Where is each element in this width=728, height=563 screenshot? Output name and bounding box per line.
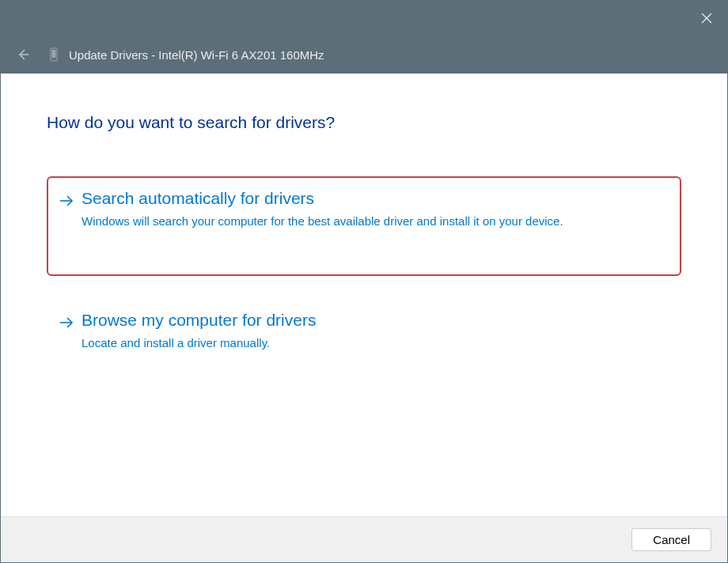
device-icon — [48, 47, 59, 62]
back-button[interactable] — [13, 45, 32, 64]
content-area: How do you want to search for drivers? S… — [1, 74, 727, 516]
option-search-automatically[interactable]: Search automatically for drivers Windows… — [47, 176, 681, 276]
cancel-button[interactable]: Cancel — [631, 528, 711, 551]
window-title: Update Drivers - Intel(R) Wi-Fi 6 AX201 … — [69, 48, 324, 62]
option-description: Locate and install a driver manually. — [82, 334, 572, 352]
option-arrow-icon — [59, 311, 74, 352]
option-arrow-icon — [59, 189, 74, 230]
close-button[interactable] — [691, 4, 722, 32]
footer: Cancel — [1, 516, 727, 562]
option-title: Browse my computer for drivers — [82, 311, 669, 330]
option-browse-computer[interactable]: Browse my computer for drivers Locate an… — [47, 298, 681, 369]
back-arrow-icon — [17, 48, 29, 61]
option-text: Browse my computer for drivers Locate an… — [82, 311, 669, 352]
titlebar-top — [1, 1, 727, 36]
option-title: Search automatically for drivers — [82, 189, 669, 208]
option-description: Windows will search your computer for th… — [82, 213, 572, 230]
titlebar-nav: Update Drivers - Intel(R) Wi-Fi 6 AX201 … — [1, 36, 727, 74]
close-icon — [701, 13, 712, 24]
page-heading: How do you want to search for drivers? — [47, 113, 681, 132]
option-text: Search automatically for drivers Windows… — [82, 189, 669, 230]
title-group: Update Drivers - Intel(R) Wi-Fi 6 AX201 … — [48, 47, 324, 62]
svg-rect-4 — [52, 50, 56, 58]
